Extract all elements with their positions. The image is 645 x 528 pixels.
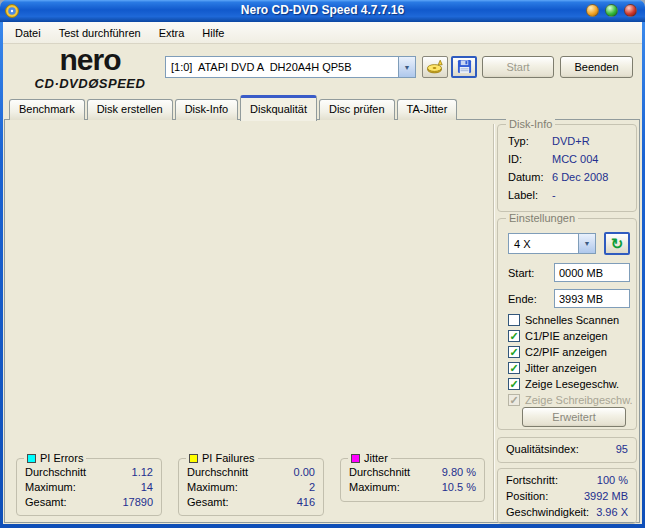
stat-value: 14 <box>141 481 153 493</box>
stat-label: Durchschnitt <box>349 466 410 478</box>
checkbox-c2-pif-anzeigen[interactable]: ✓ C2/PIF anzeigen <box>508 345 607 359</box>
disk-info-title: Disk-Info <box>506 118 555 130</box>
pi-failures-stats-title: PI Failures <box>202 452 255 464</box>
quit-button[interactable]: Beenden <box>560 56 633 78</box>
eject-disc-icon <box>426 58 444 76</box>
pi-errors-legend-swatch <box>27 454 36 463</box>
disk-type-value: DVD+R <box>552 135 590 147</box>
stat-label: Maximum: <box>25 481 76 493</box>
pi-errors-stats-title: PI Errors <box>40 452 83 464</box>
advanced-button[interactable]: Erweitert <box>522 407 626 427</box>
title-bar[interactable]: Nero CD-DVD Speed 4.7.7.16 <box>0 0 645 22</box>
drive-select[interactable]: [1:0] ATAPI DVD A DH20A4H QP5B ▼ <box>165 56 416 78</box>
disc-speed-icon: Ø <box>88 76 99 91</box>
stat-value: 0.00 <box>294 466 315 478</box>
start-position-input[interactable] <box>554 263 630 282</box>
progress-label: Fortschritt: <box>506 474 558 486</box>
pi-errors-stats-box: PI Errors Durchschnitt1.12 Maximum:14 Ge… <box>16 458 162 516</box>
speed-select[interactable]: 4 X ▼ <box>508 233 596 254</box>
checkbox-box: ✓ <box>508 394 520 406</box>
quality-index-box: Qualitätsindex: 95 <box>497 437 637 463</box>
menu-extra[interactable]: Extra <box>150 24 194 42</box>
checkbox-box: ✓ <box>508 346 520 358</box>
stat-label: Durchschnitt <box>187 466 248 478</box>
settings-group: Einstellungen 4 X ▼ ↻ Start: Ende: Schne… <box>497 218 637 430</box>
progress-value: 100 % <box>597 474 628 486</box>
save-button[interactable] <box>451 56 477 78</box>
window-title: Nero CD-DVD Speed 4.7.7.16 <box>0 3 645 17</box>
position-value: 3992 MB <box>584 490 628 502</box>
drive-select-value: [1:0] ATAPI DVD A DH20A4H QP5B <box>166 61 398 73</box>
stat-label: Durchschnitt <box>25 466 86 478</box>
client-area: Datei Test durchführen Extra Hilfe nero … <box>3 22 642 524</box>
end-position-input[interactable] <box>554 289 630 308</box>
tab-diskqualitaet[interactable]: Diskqualität <box>240 95 317 121</box>
menu-test-durchfuehren[interactable]: Test durchführen <box>50 24 150 42</box>
maximize-button[interactable] <box>605 4 618 17</box>
checkbox-c1-pie-anzeigen[interactable]: ✓ C1/PIE anzeigen <box>508 329 608 343</box>
menu-bar: Datei Test durchführen Extra Hilfe <box>3 22 642 44</box>
settings-title: Einstellungen <box>506 212 578 224</box>
nero-logo-subtitle: CD·DVDØSPEED <box>15 77 165 90</box>
tab-benchmark[interactable]: Benchmark <box>9 99 85 120</box>
menu-datei[interactable]: Datei <box>6 24 50 42</box>
nero-logo: nero CD·DVDØSPEED <box>15 45 165 90</box>
stat-value: 17890 <box>122 496 153 508</box>
speed-label: Geschwindigkeit: <box>506 506 589 518</box>
stat-label: Maximum: <box>349 481 400 493</box>
disk-id-label: ID: <box>508 153 552 165</box>
disk-label-label: Label: <box>508 189 552 201</box>
refresh-icon: ↻ <box>611 237 624 251</box>
jitter-legend-swatch <box>351 454 360 463</box>
nero-logo-wordmark: nero <box>15 45 165 75</box>
checkbox-zeige-lesegeschw[interactable]: ✓ Zeige Lesegeschw. <box>508 377 619 391</box>
tab-disk-info[interactable]: Disk-Info <box>175 99 238 120</box>
jitter-stats-title: Jitter <box>364 452 388 464</box>
app-window: Nero CD-DVD Speed 4.7.7.16 Datei Test du… <box>0 0 645 528</box>
disk-date-label: Datum: <box>508 171 552 183</box>
progress-box: Fortschritt:100 % Position:3992 MB Gesch… <box>497 468 637 524</box>
checkbox-box: ✓ <box>508 330 520 342</box>
disk-label-value: - <box>552 189 556 201</box>
stat-label: Maximum: <box>187 481 238 493</box>
stat-value: 1.12 <box>132 466 153 478</box>
eject-disc-button[interactable] <box>422 56 448 78</box>
checkbox-box: ✓ <box>508 362 520 374</box>
tab-disc-pruefen[interactable]: Disc prüfen <box>319 99 395 120</box>
tab-disk-erstellen[interactable]: Disk erstellen <box>87 99 173 120</box>
close-button[interactable] <box>624 4 637 17</box>
disk-type-label: Typ: <box>508 135 552 147</box>
disk-info-group: Disk-Info Typ:DVD+R ID:MCC 004 Datum:6 D… <box>497 124 637 212</box>
stat-value: 9.80 % <box>442 466 476 478</box>
tab-ta-jitter[interactable]: TA-Jitter <box>397 99 458 120</box>
minimize-button[interactable] <box>586 4 599 17</box>
checkbox-box <box>508 314 520 326</box>
stat-value: 10.5 % <box>442 481 476 493</box>
start-button[interactable]: Start <box>482 56 554 78</box>
start-position-label: Start: <box>508 267 534 279</box>
chevron-down-icon[interactable]: ▼ <box>398 57 415 77</box>
speed-select-value: 4 X <box>509 238 578 250</box>
checkbox-box: ✓ <box>508 378 520 390</box>
save-icon <box>457 59 472 76</box>
stat-label: Gesamt: <box>25 496 67 508</box>
refresh-button[interactable]: ↻ <box>604 232 630 255</box>
tab-strip: Benchmark Disk erstellen Disk-Info Diskq… <box>9 94 459 120</box>
position-label: Position: <box>506 490 548 502</box>
end-position-label: Ende: <box>508 293 537 305</box>
panel-separator <box>493 124 495 520</box>
disk-date-value: 6 Dec 2008 <box>552 171 608 183</box>
speed-value: 3.96 X <box>596 506 628 518</box>
jitter-stats-box: Jitter Durchschnitt9.80 % Maximum:10.5 % <box>340 458 485 502</box>
quality-index-value: 95 <box>616 443 628 455</box>
stat-value: 416 <box>297 496 315 508</box>
checkbox-jitter-anzeigen[interactable]: ✓ Jitter anzeigen <box>508 361 597 375</box>
checkbox-schnelles-scannen[interactable]: Schnelles Scannen <box>508 313 619 327</box>
quality-index-label: Qualitätsindex: <box>506 443 579 455</box>
pi-failures-stats-box: PI Failures Durchschnitt0.00 Maximum:2 G… <box>178 458 324 516</box>
menu-hilfe[interactable]: Hilfe <box>193 24 233 42</box>
stat-label: Gesamt: <box>187 496 229 508</box>
pi-failures-legend-swatch <box>189 454 198 463</box>
checkbox-zeige-schreibgeschw: ✓ Zeige Schreibgeschw. <box>508 393 633 407</box>
chevron-down-icon[interactable]: ▼ <box>578 234 595 253</box>
